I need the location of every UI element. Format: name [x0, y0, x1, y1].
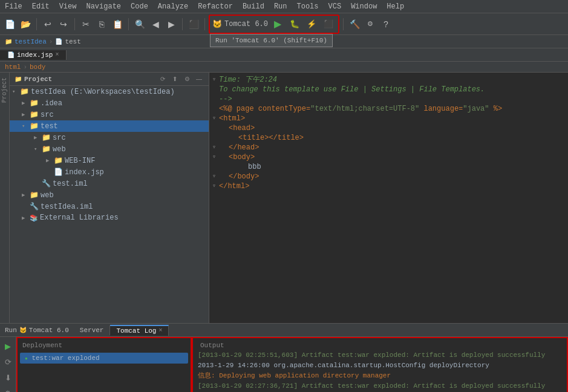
output-area[interactable]: Output [2013-01-29 02:25:51,603] Artifac…	[192, 337, 568, 392]
fold-html-icon[interactable]: ▿	[212, 114, 216, 123]
tree-web2-label: web	[41, 191, 54, 200]
tree-index-jsp[interactable]: ▶ 📄 index.jsp	[10, 166, 209, 178]
bottom-content: ▶ ⟳ ⬇ ⚙ ⬆ Deployment ● test:war exploded…	[0, 337, 568, 392]
fold-cbody-icon[interactable]: ▿	[212, 172, 216, 181]
tree-test-icon: 📁	[30, 122, 39, 131]
menu-tools[interactable]: Tools	[292, 1, 324, 12]
help-toolbar-btn[interactable]: ?	[379, 17, 393, 31]
editor-line: -->	[209, 94, 568, 104]
debug-breakpoint-btn[interactable]: ⬛	[186, 17, 201, 31]
build-btn[interactable]: 🔨	[347, 17, 362, 31]
reload-btn[interactable]: ⟳	[1, 355, 15, 368]
restart-btn[interactable]: ▶	[1, 339, 15, 353]
menu-view[interactable]: View	[54, 1, 82, 12]
bottom-tomcat-label: Tomcat 6.0	[29, 327, 69, 334]
tree-idea[interactable]: ▶ 📁 .idea	[10, 97, 209, 109]
sidebar-sync-btn[interactable]: ⟳	[158, 74, 168, 84]
line-content: <%@ page contentType="text/html;charset=…	[219, 104, 568, 114]
project-sidebar: 📁 Project ⟳ ⬆ ⚙ — ▾ 📁 testIdea (E:\Works…	[10, 73, 209, 323]
menu-edit[interactable]: Edit	[27, 1, 54, 12]
tomcat-log-tab-label: Tomcat Log	[116, 327, 156, 335]
tree-test-src-icon: 📁	[42, 133, 51, 142]
sidebar-project-icon: 📁	[15, 76, 22, 83]
tree-src-label: src	[41, 111, 54, 119]
bottom-tab-server[interactable]: Server	[74, 325, 111, 335]
open-btn[interactable]: 📂	[18, 17, 33, 31]
tree-ext-lib-icon: 📚	[30, 214, 38, 222]
output-label: Output	[198, 341, 562, 350]
fold-head-icon[interactable]: ▿	[212, 143, 216, 152]
editor-line: ▿ </html>	[209, 181, 568, 191]
fold-chtml-icon[interactable]: ▿	[212, 181, 216, 191]
editor-area[interactable]: ▿ Time: 下午2:24 To change this template u…	[209, 73, 568, 323]
sidebar-settings-btn[interactable]: ⚙	[182, 74, 192, 84]
search-btn[interactable]: 🔍	[132, 17, 147, 31]
tree-test-label: test	[41, 122, 58, 131]
paste-btn[interactable]: 📋	[110, 17, 125, 31]
menu-navigate[interactable]: Navigate	[81, 1, 126, 12]
sidebar-header-icons: ⟳ ⬆ ⚙ —	[158, 74, 204, 84]
menu-code[interactable]: Code	[126, 1, 153, 12]
tree-ext-lib[interactable]: ▶ 📚 External Libraries	[10, 212, 209, 223]
tree-root[interactable]: ▾ 📁 testIdea (E:\Workspaces\testIdea)	[10, 86, 209, 97]
menu-window[interactable]: Window	[346, 1, 382, 12]
line-gutter: ▿	[209, 143, 219, 152]
menu-build[interactable]: Build	[238, 1, 269, 12]
menu-help[interactable]: Help	[382, 1, 409, 12]
editor-tab-index-jsp[interactable]: 📄 index.jsp ×	[0, 50, 67, 60]
breadcrumb-file[interactable]: test	[65, 38, 80, 45]
breadcrumb-sep: ›	[49, 38, 53, 45]
menu-vcs[interactable]: VCS	[324, 1, 347, 12]
tree-web[interactable]: ▾ 📁 web	[10, 143, 209, 155]
redo-btn[interactable]: ↪	[56, 17, 71, 31]
menu-refactor[interactable]: Refactor	[193, 1, 238, 12]
tree-root-arrow: ▾	[12, 88, 18, 95]
settings-btn[interactable]: ⚙	[363, 17, 377, 31]
tree-webinf[interactable]: ▶ 📁 WEB-INF	[10, 155, 209, 166]
sidebar-collapse-btn[interactable]: ⬆	[170, 74, 180, 84]
deployment-sidebar: Deployment ● test:war exploded	[16, 337, 192, 392]
breadcrumb-project[interactable]: testIdea	[15, 38, 47, 45]
back-btn[interactable]: ◀	[148, 17, 163, 31]
bottom-run-label: Run 🐱 Tomcat 6.0	[0, 327, 74, 334]
tree-test-src-arrow: ▶	[34, 134, 40, 141]
new-btn[interactable]: 📄	[2, 17, 17, 31]
menu-file[interactable]: File	[0, 1, 27, 12]
tree-test-src[interactable]: ▶ 📁 src	[10, 132, 209, 143]
fold-body-icon[interactable]: ▿	[212, 152, 216, 162]
bottom-tomcat-icon: 🐱	[19, 327, 27, 334]
scroll-btn[interactable]: ⬇	[1, 371, 15, 384]
close-log-tab-icon[interactable]: ×	[158, 327, 162, 334]
editor-line: <head>	[209, 123, 568, 133]
fold-icon[interactable]: ▿	[212, 75, 216, 85]
debug-btn[interactable]: 🐛	[287, 17, 302, 31]
undo-btn[interactable]: ↩	[41, 17, 55, 31]
cut-btn[interactable]: ✂	[79, 17, 93, 31]
filter-btn[interactable]: ⚙	[1, 387, 15, 392]
sidebar-hide-btn[interactable]: —	[194, 74, 204, 84]
bottom-tab-tomcat-log[interactable]: Tomcat Log ×	[110, 325, 169, 336]
project-icon: 📁	[5, 38, 12, 45]
run-tooltip: Run 'Tomcat 6.0' (Shift+F10)	[210, 34, 333, 47]
editor-tab-label: index.jsp	[17, 51, 53, 59]
tree-testidea-iml[interactable]: ▶ 🔧 testIdea.iml	[10, 201, 209, 212]
coverage-btn[interactable]: ⚡	[304, 17, 319, 31]
line-content: <html>	[219, 114, 568, 123]
copy-btn[interactable]: ⎘	[94, 17, 109, 31]
sep6	[343, 18, 344, 30]
forward-btn[interactable]: ▶	[164, 17, 178, 31]
tree-web2[interactable]: ▶ 📁 web	[10, 189, 209, 201]
line-content: </head>	[219, 143, 568, 152]
tree-test[interactable]: ▾ 📁 test	[10, 120, 209, 132]
bottom-panel: Run 🐱 Tomcat 6.0 Server Tomcat Log × ▶ ⟳…	[0, 323, 568, 392]
close-tab-icon[interactable]: ×	[55, 51, 59, 58]
tree-test-iml[interactable]: ▶ 🔧 test.iml	[10, 178, 209, 189]
menu-analyze[interactable]: Analyze	[153, 1, 193, 12]
run-btn[interactable]: ▶	[270, 17, 285, 31]
left-vertical-tabs: Project	[0, 73, 10, 323]
left-tab-project[interactable]: Project	[0, 75, 9, 105]
tree-src[interactable]: ▶ 📁 src	[10, 109, 209, 120]
stop-btn[interactable]: ⬛	[321, 17, 336, 31]
deployment-item[interactable]: ● test:war exploded	[20, 353, 188, 364]
menu-run[interactable]: Run	[269, 1, 292, 12]
